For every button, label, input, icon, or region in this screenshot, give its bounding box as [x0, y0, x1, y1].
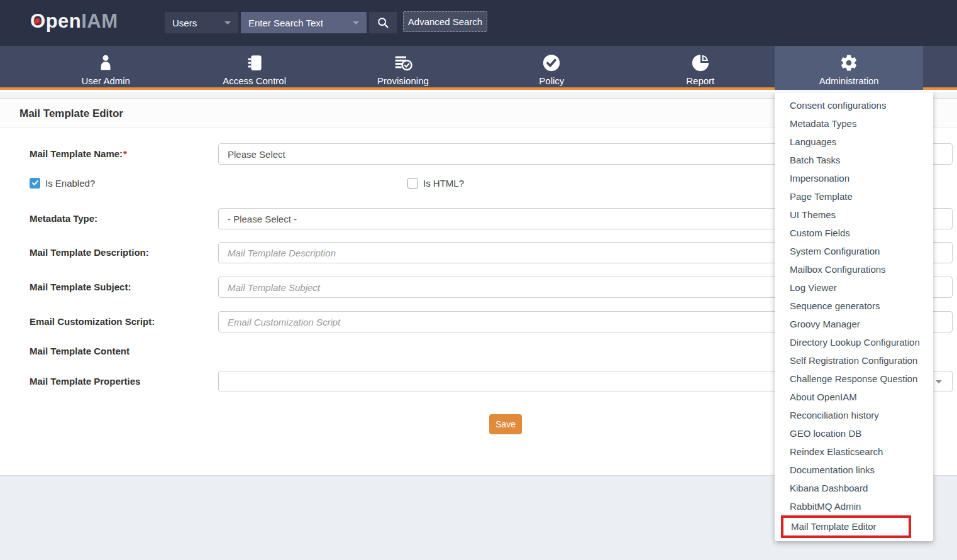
- page-title: Mail Template Editor: [19, 99, 123, 128]
- gear-icon: [839, 52, 858, 74]
- advanced-search-button[interactable]: Advanced Search: [403, 11, 487, 32]
- nav-label: Report: [686, 75, 714, 86]
- save-button[interactable]: Save: [489, 414, 522, 434]
- menu-item-consent-configurations[interactable]: Consent configurations: [775, 96, 933, 114]
- nav-label: Access Control: [223, 75, 286, 86]
- is-enabled-label: Is Enabled?: [45, 178, 95, 189]
- chevron-down-icon: [936, 380, 942, 383]
- logo-text-iam: IAM: [81, 10, 118, 32]
- menu-item-system-configuration[interactable]: System Configuration: [775, 242, 933, 260]
- required-asterisk: *: [123, 148, 127, 159]
- customization-script-label: Email Customization Script:: [30, 311, 155, 332]
- menu-item-geo-location-db[interactable]: GEO location DB: [775, 424, 933, 442]
- menu-item-reindex-elasticsearch[interactable]: Reindex Elasticsearch: [775, 442, 933, 461]
- template-name-label: Mail Template Name:*: [30, 143, 127, 165]
- is-enabled-checkbox[interactable]: [30, 178, 40, 189]
- search-button[interactable]: [369, 12, 397, 33]
- menu-item-self-registration-configuration[interactable]: Self Registration Configuration: [775, 351, 933, 370]
- main-nav: User Admin Access Control Provisioning: [0, 46, 957, 90]
- user-icon: [96, 52, 115, 74]
- is-html-checkbox[interactable]: [407, 178, 418, 189]
- search-input-placeholder: Enter Search Text: [248, 18, 323, 28]
- is-enabled-row: Is Enabled?: [30, 177, 95, 189]
- chevron-down-icon: [224, 21, 231, 25]
- template-name-value: Please Select: [228, 149, 285, 160]
- menu-item-challenge-response-question[interactable]: Challenge Response Question: [775, 370, 933, 388]
- menu-item-languages[interactable]: Languages: [775, 133, 933, 151]
- logo-red-dot-icon: [35, 18, 41, 25]
- content-label: Mail Template Content: [30, 345, 130, 358]
- administration-dropdown-menu: Consent configurations Metadata Types La…: [775, 92, 933, 541]
- menu-item-custom-fields[interactable]: Custom Fields: [775, 224, 933, 242]
- description-label: Mail Template Description:: [30, 242, 149, 263]
- nav-item-policy[interactable]: Policy: [477, 46, 626, 90]
- logo-text-pen: pen: [46, 10, 82, 32]
- menu-item-groovy-manager[interactable]: Groovy Manager: [775, 315, 933, 333]
- menu-item-batch-tasks[interactable]: Batch Tasks: [775, 151, 933, 169]
- menu-item-reconciliation-history[interactable]: Reconciliation history: [775, 406, 933, 424]
- magnifier-icon: [377, 16, 389, 29]
- nav-item-report[interactable]: Report: [626, 46, 775, 90]
- binder-icon: [245, 52, 264, 74]
- nav-item-user-admin[interactable]: User Admin: [31, 46, 180, 90]
- nav-label: Policy: [539, 75, 564, 86]
- menu-item-log-viewer[interactable]: Log Viewer: [775, 278, 933, 297]
- subject-label: Mail Template Subject:: [30, 277, 131, 298]
- menu-item-mailbox-configurations[interactable]: Mailbox Configurations: [775, 260, 933, 278]
- openiam-logo[interactable]: OpenIAM: [30, 10, 118, 33]
- check-circle-icon: [542, 52, 561, 74]
- menu-item-metadata-types[interactable]: Metadata Types: [775, 114, 933, 133]
- menu-item-ui-themes[interactable]: UI Themes: [775, 206, 933, 224]
- properties-label: Mail Template Properties: [30, 371, 140, 392]
- is-html-row: Is HTML?: [407, 177, 464, 189]
- chevron-down-icon: [353, 21, 359, 25]
- menu-item-kibana-dashboard[interactable]: Kibana Dashboard: [775, 479, 933, 497]
- search-entity-select[interactable]: Users: [165, 12, 238, 33]
- nav-label: Administration: [819, 75, 879, 86]
- nav-label: User Admin: [81, 75, 130, 86]
- is-html-label: Is HTML?: [423, 178, 464, 189]
- nav-item-access-control[interactable]: Access Control: [180, 46, 328, 90]
- metadata-type-label: Metadata Type:: [30, 208, 97, 229]
- menu-item-sequence-generators[interactable]: Sequence generators: [775, 297, 933, 315]
- menu-item-page-template[interactable]: Page Template: [775, 187, 933, 206]
- nav-item-administration[interactable]: Administration: [775, 46, 923, 90]
- check-icon: [31, 179, 39, 187]
- nav-item-provisioning[interactable]: Provisioning: [329, 46, 477, 90]
- menu-item-directory-lookup-configuration[interactable]: Directory Lookup Configuration: [775, 333, 933, 351]
- top-bar: OpenIAM Users Enter Search Text Advanced…: [0, 0, 957, 46]
- advanced-search-label: Advanced Search: [408, 16, 482, 27]
- list-check-icon: [393, 52, 413, 74]
- menu-item-about-openiam[interactable]: About OpenIAM: [775, 388, 933, 406]
- menu-item-impersonation[interactable]: Impersonation: [775, 169, 933, 187]
- pie-chart-icon: [691, 52, 710, 74]
- metadata-type-value: - Please Select -: [228, 214, 297, 224]
- search-entity-value: Users: [172, 18, 197, 28]
- menu-item-rabbitmq-admin[interactable]: RabbitMQ Admin: [775, 497, 933, 515]
- nav-label: Provisioning: [377, 75, 429, 86]
- search-input[interactable]: Enter Search Text: [241, 12, 367, 33]
- menu-item-documentation-links[interactable]: Documentation links: [775, 461, 933, 479]
- menu-item-mail-template-editor[interactable]: Mail Template Editor: [781, 515, 911, 538]
